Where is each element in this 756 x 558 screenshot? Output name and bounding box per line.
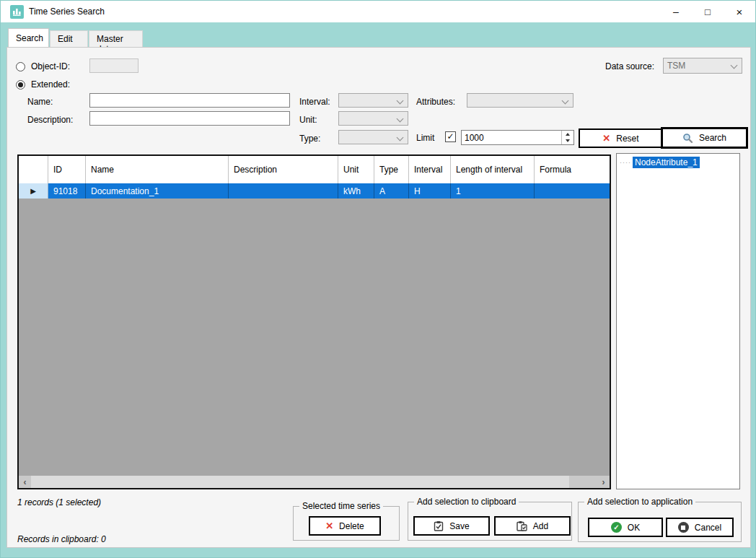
reset-button[interactable]: ✕ Reset <box>579 128 663 148</box>
type-label: Type: <box>299 134 320 144</box>
limit-label: Limit <box>416 133 434 143</box>
tab-search[interactable]: Search <box>8 28 49 47</box>
limit-spinner[interactable] <box>461 130 574 145</box>
grid-header-formula[interactable]: Formula <box>535 156 610 183</box>
unit-dropdown[interactable] <box>338 111 408 126</box>
name-input[interactable] <box>89 93 290 108</box>
data-source-label: Data source: <box>605 61 654 71</box>
type-dropdown[interactable] <box>338 130 408 144</box>
grid-cell-formula[interactable] <box>535 183 610 199</box>
clipboard-status-text: Records in clipboard: 0 <box>17 534 106 544</box>
scrollbar-thumb[interactable] <box>31 476 569 488</box>
object-id-input <box>89 58 139 73</box>
reset-button-label: Reset <box>616 134 638 144</box>
add-to-clipboard-group: Add selection to clipboard Save <box>408 502 572 541</box>
stop-square-glyph <box>681 526 685 530</box>
grid-header-interval[interactable]: Interval <box>409 156 451 183</box>
window-title: Time Series Search <box>29 6 105 17</box>
attributes-label: Attributes: <box>416 97 455 107</box>
description-label: Description: <box>27 115 73 125</box>
row-selector-arrow-icon: ▶ <box>30 187 36 195</box>
name-label: Name: <box>27 97 53 107</box>
grid-header-unit[interactable]: Unit <box>338 156 374 183</box>
maximize-button[interactable]: □ <box>692 1 724 22</box>
search-button-label: Search <box>699 133 726 143</box>
tree-item-label[interactable]: NodeAttribute_1 <box>633 157 700 168</box>
grid-cell-interval[interactable]: H <box>409 183 451 199</box>
grid-header-length-of-interval[interactable]: Length of interval <box>451 156 535 183</box>
object-id-label: Object-ID: <box>31 61 70 71</box>
grid-cell-description[interactable] <box>229 183 338 199</box>
data-source-dropdown: TSM <box>663 58 742 74</box>
red-x-icon: ✕ <box>325 520 333 531</box>
grid-cell-type[interactable]: A <box>374 183 409 199</box>
tree-connector: ···· <box>620 159 631 166</box>
add-button-label: Add <box>533 521 548 531</box>
spin-up-button[interactable] <box>562 131 573 138</box>
app-icon <box>10 5 24 19</box>
ok-button-label: OK <box>628 523 640 533</box>
tab-edit[interactable]: Edit <box>50 30 88 47</box>
delete-button[interactable]: ✕ Delete <box>309 516 381 536</box>
interval-dropdown[interactable] <box>338 93 408 108</box>
chevron-down-icon <box>397 134 404 141</box>
cancel-button[interactable]: Cancel <box>666 518 734 537</box>
close-button[interactable]: × <box>724 1 755 22</box>
spinner-buttons <box>561 131 573 144</box>
add-to-application-group-title: Add selection to application <box>584 497 695 507</box>
tree-item-node-attribute[interactable]: ···· NodeAttribute_1 <box>620 157 700 168</box>
extended-label: Extended: <box>31 79 70 90</box>
horizontal-scrollbar[interactable]: ‹ › <box>19 476 610 488</box>
selected-time-series-group: Selected time series ✕ Delete <box>293 506 400 541</box>
row-selector-cell[interactable]: ▶ <box>19 183 48 199</box>
limit-value-input[interactable] <box>462 131 561 144</box>
extended-radio[interactable] <box>16 80 25 90</box>
unit-label: Unit: <box>299 115 317 125</box>
grid-cell-id[interactable]: 91018 <box>48 183 86 199</box>
records-status-text: 1 records (1 selected) <box>17 497 101 507</box>
attributes-dropdown[interactable] <box>467 93 573 108</box>
grid-row-selected[interactable]: ▶ 91018 Documentation_1 kWh A H 1 <box>19 183 610 199</box>
add-button[interactable]: Add <box>494 516 571 536</box>
search-button[interactable]: Search <box>661 127 748 149</box>
chevron-down-icon <box>397 97 404 105</box>
clipboard-check-icon <box>434 520 444 531</box>
app-window: Time Series Search – □ × Search Edit Mas… <box>0 0 756 558</box>
grid-cell-name[interactable]: Documentation_1 <box>86 183 229 199</box>
add-to-application-group: Add selection to application ✓ OK Cancel <box>578 502 742 542</box>
grid-header-name[interactable]: Name <box>86 156 229 183</box>
clipboard-paste-icon <box>517 520 527 531</box>
arrow-up-icon <box>566 133 570 136</box>
attribute-tree-panel[interactable]: ···· NodeAttribute_1 <box>616 153 740 489</box>
ok-button[interactable]: ✓ OK <box>588 518 663 537</box>
description-input[interactable] <box>89 111 290 126</box>
red-x-icon: ✕ <box>602 133 610 144</box>
data-source-value: TSM <box>667 61 685 71</box>
grid-header-selector <box>19 156 48 183</box>
limit-checkbox[interactable]: ✓ <box>445 131 456 142</box>
grid-header-type[interactable]: Type <box>374 156 409 183</box>
cancel-button-label: Cancel <box>695 523 721 533</box>
results-grid[interactable]: ID Name Description Unit Type Interval L… <box>17 154 611 489</box>
grid-header-id[interactable]: ID <box>48 156 86 183</box>
title-bar: Time Series Search – □ × <box>1 1 755 22</box>
chevron-down-icon <box>397 115 404 123</box>
add-to-clipboard-group-title: Add selection to clipboard <box>414 497 519 507</box>
grid-cell-length-of-interval[interactable]: 1 <box>451 183 535 199</box>
spin-down-button[interactable] <box>562 138 573 145</box>
scroll-right-button[interactable]: › <box>597 476 610 488</box>
cancel-stop-icon <box>678 522 689 533</box>
grid-header-description[interactable]: Description <box>229 156 338 183</box>
tab-master-data[interactable]: Master data <box>89 30 143 47</box>
save-button[interactable]: Save <box>413 516 490 536</box>
magnifier-icon <box>682 133 693 144</box>
scroll-left-button[interactable]: ‹ <box>19 476 31 488</box>
ok-check-icon: ✓ <box>611 522 622 533</box>
arrow-down-icon <box>566 139 570 142</box>
search-tab-content: Object-ID: Data source: TSM Extended: Na… <box>6 47 751 548</box>
save-button-label: Save <box>449 521 469 531</box>
minimize-button[interactable]: – <box>660 1 692 22</box>
object-id-radio[interactable] <box>16 62 25 71</box>
grid-cell-unit[interactable]: kWh <box>338 183 374 199</box>
bar-chart-icon-glyph <box>12 7 22 17</box>
